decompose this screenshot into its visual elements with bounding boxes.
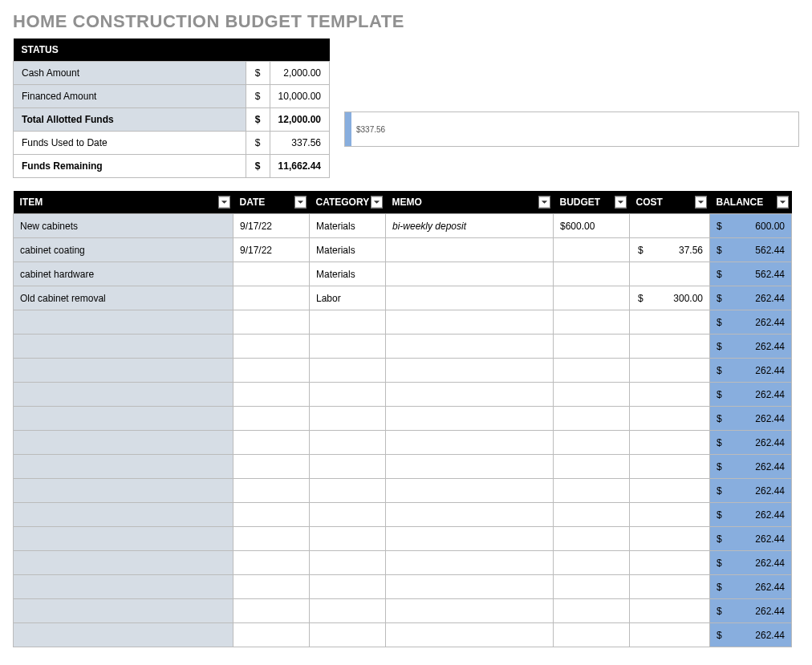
cell-category[interactable] [310,455,386,479]
cell-memo[interactable] [386,479,554,503]
cell-item[interactable] [14,551,233,575]
cell-balance[interactable]: $262.44 [710,575,792,599]
cell-balance[interactable]: $262.44 [710,359,792,383]
cell-category[interactable] [310,575,386,599]
balance-filter-button[interactable] [777,197,789,209]
cell-balance[interactable]: $562.44 [710,262,792,286]
cell-cost[interactable] [630,407,710,431]
cell-budget[interactable] [554,551,630,575]
cell-date[interactable]: 9/17/22 [233,214,310,238]
cell-category[interactable] [310,527,386,551]
cell-budget[interactable] [554,455,630,479]
cell-memo[interactable]: bi-weekly deposit [386,214,554,238]
cell-category[interactable] [310,623,386,647]
cell-date[interactable]: 9/17/22 [233,238,310,262]
cell-memo[interactable] [386,575,554,599]
cell-budget[interactable] [554,286,630,310]
cell-item[interactable] [14,335,233,359]
cell-cost[interactable] [630,527,710,551]
cell-cost[interactable]: $300.00 [630,286,710,310]
cell-balance[interactable]: $262.44 [710,551,792,575]
cell-budget[interactable] [554,310,630,335]
cell-balance[interactable]: $562.44 [710,238,792,262]
cell-item[interactable]: cabinet hardware [14,262,233,286]
category-filter-button[interactable] [371,197,383,209]
cell-category[interactable] [310,551,386,575]
cell-memo[interactable] [386,623,554,647]
cell-item[interactable]: Old cabinet removal [14,286,233,310]
budget-filter-button[interactable] [615,197,627,209]
cell-date[interactable] [233,431,310,455]
cell-item[interactable] [14,431,233,455]
cell-item[interactable] [14,575,233,599]
cell-cost[interactable] [630,479,710,503]
cell-budget[interactable] [554,575,630,599]
cell-balance[interactable]: $262.44 [710,286,792,310]
cell-category[interactable] [310,359,386,383]
cell-date[interactable] [233,479,310,503]
cell-category[interactable] [310,335,386,359]
cell-memo[interactable] [386,527,554,551]
cell-cost[interactable] [630,359,710,383]
cost-filter-button[interactable] [695,197,707,209]
cell-category[interactable] [310,431,386,455]
cell-cost[interactable] [630,383,710,407]
cell-date[interactable] [233,310,310,335]
cell-date[interactable] [233,455,310,479]
cell-item[interactable] [14,383,233,407]
cell-budget[interactable] [554,383,630,407]
cell-balance[interactable]: $262.44 [710,599,792,623]
cell-item[interactable] [14,359,233,383]
cell-cost[interactable] [630,503,710,527]
cell-item[interactable] [14,527,233,551]
cell-balance[interactable]: $262.44 [710,503,792,527]
cell-budget[interactable] [554,503,630,527]
cell-item[interactable] [14,479,233,503]
cell-cost[interactable]: $37.56 [630,238,710,262]
cell-memo[interactable] [386,335,554,359]
cell-category[interactable] [310,503,386,527]
cell-category[interactable] [310,479,386,503]
cell-cost[interactable] [630,575,710,599]
date-filter-button[interactable] [294,197,307,209]
cell-memo[interactable] [386,431,554,455]
cell-date[interactable] [233,623,310,647]
cell-date[interactable] [233,335,310,359]
cell-budget[interactable] [554,623,630,647]
cell-category[interactable]: Materials [310,238,386,262]
cell-balance[interactable]: $600.00 [710,214,792,238]
cell-balance[interactable]: $262.44 [710,623,792,647]
cell-cost[interactable] [630,623,710,647]
cell-budget[interactable] [554,527,630,551]
cell-balance[interactable]: $262.44 [710,479,792,503]
cell-item[interactable]: cabinet coating [14,238,233,262]
cell-date[interactable] [233,527,310,551]
cell-cost[interactable] [630,431,710,455]
cell-memo[interactable] [386,503,554,527]
cell-memo[interactable] [386,407,554,431]
cell-date[interactable] [233,383,310,407]
cell-category[interactable] [310,599,386,623]
cell-memo[interactable] [386,455,554,479]
cell-memo[interactable] [386,262,554,286]
cell-memo[interactable] [386,238,554,262]
cell-cost[interactable] [630,551,710,575]
cell-item[interactable] [14,407,233,431]
cell-budget[interactable] [554,479,630,503]
cell-cost[interactable] [630,214,710,238]
cell-memo[interactable] [386,286,554,310]
cell-budget[interactable] [554,431,630,455]
cell-category[interactable]: Materials [310,214,386,238]
cell-date[interactable] [233,359,310,383]
cell-balance[interactable]: $262.44 [710,335,792,359]
cell-budget[interactable] [554,407,630,431]
cell-cost[interactable] [630,310,710,335]
cell-budget[interactable] [554,238,630,262]
cell-budget[interactable] [554,335,630,359]
cell-balance[interactable]: $262.44 [710,310,792,335]
memo-filter-button[interactable] [538,197,550,209]
cell-item[interactable]: New cabinets [14,214,233,238]
cell-budget[interactable]: $600.00 [554,214,630,238]
cell-item[interactable] [14,599,233,623]
cell-balance[interactable]: $262.44 [710,455,792,479]
